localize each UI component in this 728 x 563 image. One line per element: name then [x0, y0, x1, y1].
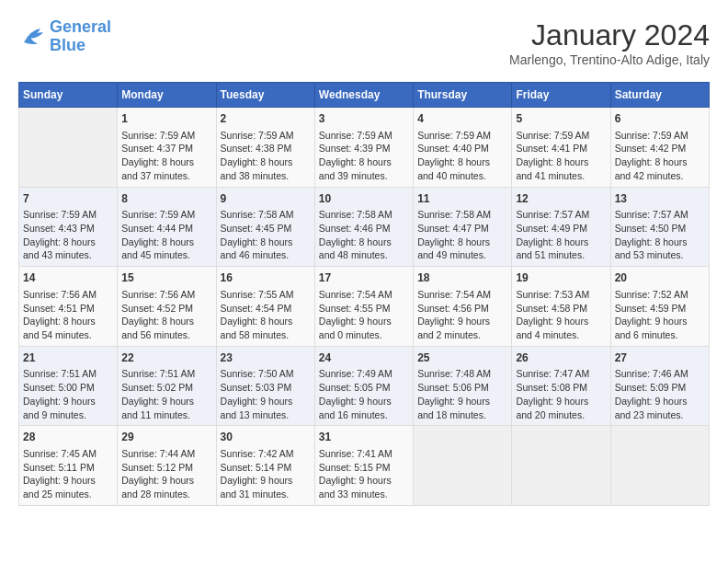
header-friday: Friday: [512, 83, 610, 108]
day-info: Sunrise: 7:59 AMSunset: 4:41 PMDaylight:…: [516, 129, 606, 183]
day-number: 11: [417, 191, 507, 207]
day-info: Sunrise: 7:52 AMSunset: 4:59 PMDaylight:…: [615, 288, 705, 342]
day-number: 12: [516, 191, 606, 207]
day-info: Sunrise: 7:59 AMSunset: 4:38 PMDaylight:…: [221, 129, 311, 183]
calendar-cell: 23Sunrise: 7:50 AMSunset: 5:03 PMDayligh…: [216, 346, 314, 426]
logo-text: General Blue: [50, 18, 111, 55]
day-info: Sunrise: 7:45 AMSunset: 5:11 PMDaylight:…: [23, 447, 113, 501]
day-number: 5: [516, 111, 606, 127]
calendar-cell: 29Sunrise: 7:44 AMSunset: 5:12 PMDayligh…: [118, 426, 216, 506]
day-number: 9: [221, 191, 311, 207]
day-info: Sunrise: 7:51 AMSunset: 5:00 PMDaylight:…: [23, 367, 113, 421]
calendar-cell: 18Sunrise: 7:54 AMSunset: 4:56 PMDayligh…: [414, 267, 512, 347]
day-number: 18: [417, 270, 507, 286]
header-thursday: Thursday: [414, 83, 512, 108]
day-number: 7: [23, 191, 113, 207]
calendar-cell: 26Sunrise: 7:47 AMSunset: 5:08 PMDayligh…: [512, 346, 610, 426]
calendar-cell: [512, 426, 610, 506]
day-number: 6: [615, 111, 705, 127]
calendar-cell: [610, 426, 709, 506]
calendar-cell: 12Sunrise: 7:57 AMSunset: 4:49 PMDayligh…: [512, 187, 610, 267]
calendar-cell: 15Sunrise: 7:56 AMSunset: 4:52 PMDayligh…: [118, 267, 216, 347]
day-number: 31: [319, 430, 409, 445]
day-number: 19: [516, 270, 606, 286]
day-info: Sunrise: 7:51 AMSunset: 5:02 PMDaylight:…: [121, 367, 211, 421]
day-number: 28: [23, 430, 113, 445]
calendar-cell: 6Sunrise: 7:59 AMSunset: 4:42 PMDaylight…: [610, 108, 709, 188]
calendar-cell: 25Sunrise: 7:48 AMSunset: 5:06 PMDayligh…: [414, 346, 512, 426]
day-number: 15: [121, 270, 211, 286]
calendar-cell: [19, 108, 118, 188]
header-sunday: Sunday: [19, 83, 118, 108]
day-info: Sunrise: 7:44 AMSunset: 5:12 PMDaylight:…: [121, 447, 211, 501]
day-number: 1: [121, 111, 211, 127]
day-info: Sunrise: 7:53 AMSunset: 4:58 PMDaylight:…: [516, 288, 606, 342]
day-number: 29: [121, 430, 211, 445]
calendar-table: SundayMondayTuesdayWednesdayThursdayFrid…: [18, 82, 710, 506]
header-saturday: Saturday: [610, 83, 709, 108]
day-info: Sunrise: 7:58 AMSunset: 4:47 PMDaylight:…: [417, 208, 507, 262]
day-number: 2: [221, 111, 311, 127]
day-number: 16: [221, 270, 311, 286]
day-info: Sunrise: 7:48 AMSunset: 5:06 PMDaylight:…: [417, 367, 507, 421]
day-number: 4: [417, 111, 507, 127]
day-info: Sunrise: 7:59 AMSunset: 4:40 PMDaylight:…: [417, 129, 507, 183]
day-info: Sunrise: 7:58 AMSunset: 4:45 PMDaylight:…: [221, 208, 311, 262]
calendar-cell: 28Sunrise: 7:45 AMSunset: 5:11 PMDayligh…: [19, 426, 118, 506]
day-info: Sunrise: 7:59 AMSunset: 4:44 PMDaylight:…: [121, 208, 211, 262]
header-monday: Monday: [118, 83, 216, 108]
day-info: Sunrise: 7:59 AMSunset: 4:37 PMDaylight:…: [121, 129, 211, 183]
day-info: Sunrise: 7:59 AMSunset: 4:43 PMDaylight:…: [23, 208, 113, 262]
calendar-cell: 30Sunrise: 7:42 AMSunset: 5:14 PMDayligh…: [216, 426, 314, 506]
day-number: 25: [417, 350, 507, 366]
calendar-cell: 10Sunrise: 7:58 AMSunset: 4:46 PMDayligh…: [314, 187, 413, 267]
day-info: Sunrise: 7:50 AMSunset: 5:03 PMDaylight:…: [221, 367, 311, 421]
header-wednesday: Wednesday: [314, 83, 413, 108]
day-number: 23: [221, 350, 311, 366]
month-title: January 2024: [509, 18, 710, 52]
day-number: 21: [23, 350, 113, 366]
day-number: 17: [319, 270, 409, 286]
calendar-cell: 17Sunrise: 7:54 AMSunset: 4:55 PMDayligh…: [314, 267, 413, 347]
calendar-cell: 2Sunrise: 7:59 AMSunset: 4:38 PMDaylight…: [216, 108, 314, 188]
logo-icon: [18, 23, 46, 51]
day-info: Sunrise: 7:56 AMSunset: 4:52 PMDaylight:…: [121, 288, 211, 342]
day-info: Sunrise: 7:58 AMSunset: 4:46 PMDaylight:…: [319, 208, 409, 262]
calendar-cell: 5Sunrise: 7:59 AMSunset: 4:41 PMDaylight…: [512, 108, 610, 188]
day-number: 26: [516, 350, 606, 366]
calendar-week-row: 7Sunrise: 7:59 AMSunset: 4:43 PMDaylight…: [19, 187, 710, 267]
calendar-cell: 31Sunrise: 7:41 AMSunset: 5:15 PMDayligh…: [314, 426, 413, 506]
calendar-week-row: 28Sunrise: 7:45 AMSunset: 5:11 PMDayligh…: [19, 426, 710, 506]
day-info: Sunrise: 7:54 AMSunset: 4:55 PMDaylight:…: [319, 288, 409, 342]
calendar-cell: 22Sunrise: 7:51 AMSunset: 5:02 PMDayligh…: [118, 346, 216, 426]
calendar-cell: 8Sunrise: 7:59 AMSunset: 4:44 PMDaylight…: [118, 187, 216, 267]
calendar-cell: 3Sunrise: 7:59 AMSunset: 4:39 PMDaylight…: [314, 108, 413, 188]
day-info: Sunrise: 7:57 AMSunset: 4:50 PMDaylight:…: [615, 208, 705, 262]
day-info: Sunrise: 7:59 AMSunset: 4:39 PMDaylight:…: [319, 129, 409, 183]
day-number: 10: [319, 191, 409, 207]
calendar-cell: 7Sunrise: 7:59 AMSunset: 4:43 PMDaylight…: [19, 187, 118, 267]
day-info: Sunrise: 7:54 AMSunset: 4:56 PMDaylight:…: [417, 288, 507, 342]
calendar-cell: 19Sunrise: 7:53 AMSunset: 4:58 PMDayligh…: [512, 267, 610, 347]
day-info: Sunrise: 7:49 AMSunset: 5:05 PMDaylight:…: [319, 367, 409, 421]
day-number: 24: [319, 350, 409, 366]
logo: General Blue: [18, 18, 111, 55]
location: Marlengo, Trentino-Alto Adige, Italy: [509, 52, 710, 67]
day-number: 13: [615, 191, 705, 207]
calendar-cell: 4Sunrise: 7:59 AMSunset: 4:40 PMDaylight…: [414, 108, 512, 188]
calendar-week-row: 14Sunrise: 7:56 AMSunset: 4:51 PMDayligh…: [19, 267, 710, 347]
day-info: Sunrise: 7:57 AMSunset: 4:49 PMDaylight:…: [516, 208, 606, 262]
day-number: 8: [121, 191, 211, 207]
calendar-cell: 13Sunrise: 7:57 AMSunset: 4:50 PMDayligh…: [610, 187, 709, 267]
day-number: 14: [23, 270, 113, 286]
day-number: 27: [615, 350, 705, 366]
calendar-header-row: SundayMondayTuesdayWednesdayThursdayFrid…: [19, 83, 710, 108]
page-header: General Blue January 2024 Marlengo, Tren…: [18, 18, 710, 67]
calendar-cell: 9Sunrise: 7:58 AMSunset: 4:45 PMDaylight…: [216, 187, 314, 267]
calendar-week-row: 21Sunrise: 7:51 AMSunset: 5:00 PMDayligh…: [19, 346, 710, 426]
day-info: Sunrise: 7:47 AMSunset: 5:08 PMDaylight:…: [516, 367, 606, 421]
day-number: 20: [615, 270, 705, 286]
day-number: 30: [221, 430, 311, 445]
calendar-cell: 27Sunrise: 7:46 AMSunset: 5:09 PMDayligh…: [610, 346, 709, 426]
day-info: Sunrise: 7:55 AMSunset: 4:54 PMDaylight:…: [221, 288, 311, 342]
